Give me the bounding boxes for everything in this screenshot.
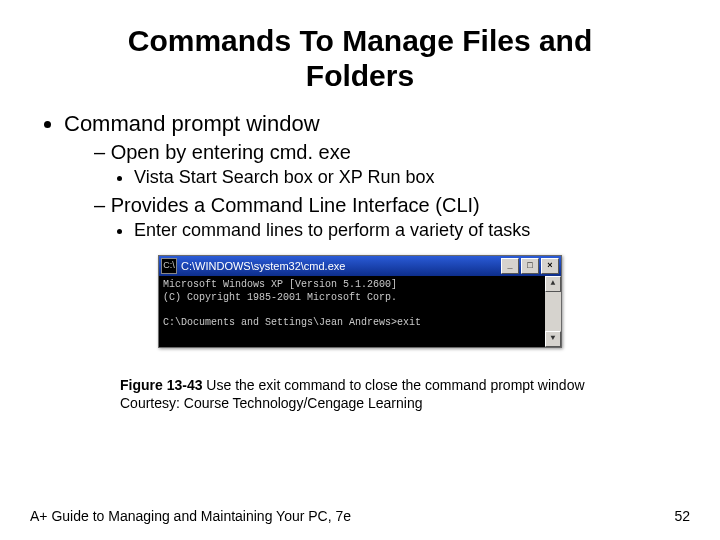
bullet-l2: Open by entering cmd. exe Vista Start Se…	[94, 141, 690, 188]
page-number: 52	[674, 508, 690, 524]
cmd-title-text: C:\WINDOWS\system32\cmd.exe	[181, 260, 499, 272]
term-line: (C) Copyright 1985-2001 Microsoft Corp.	[163, 292, 397, 303]
cmd-terminal: Microsoft Windows XP [Version 5.1.2600] …	[159, 276, 561, 347]
cmd-window: C:\ C:\WINDOWS\system32\cmd.exe _ □ × Mi…	[158, 255, 562, 348]
close-button[interactable]: ×	[541, 258, 559, 274]
term-line: Microsoft Windows XP [Version 5.1.2600]	[163, 279, 397, 290]
bullet-l1: Command prompt window Open by entering c…	[64, 111, 690, 241]
bullet-l2: Provides a Command Line Interface (CLI) …	[94, 194, 690, 241]
cmd-titlebar: C:\ C:\WINDOWS\system32\cmd.exe _ □ ×	[159, 256, 561, 276]
figure-credit: Courtesy: Course Technology/Cengage Lear…	[120, 395, 423, 411]
minimize-button[interactable]: _	[501, 258, 519, 274]
figure-text: Use the exit command to close the comman…	[202, 377, 584, 393]
bullet-l2-text: Provides a Command Line Interface (CLI)	[111, 194, 480, 216]
bullet-l3: Enter command lines to perform a variety…	[134, 220, 690, 241]
slide-title: Commands To Manage Files and Folders	[90, 24, 630, 93]
scroll-down-button[interactable]: ▼	[545, 331, 561, 347]
footer-left: A+ Guide to Managing and Maintaining You…	[30, 508, 351, 524]
figure-number: Figure 13-43	[120, 377, 202, 393]
bullet-l3: Vista Start Search box or XP Run box	[134, 167, 690, 188]
figure-caption: Figure 13-43 Use the exit command to clo…	[120, 376, 680, 412]
term-line: C:\Documents and Settings\Jean Andrews>e…	[163, 317, 421, 328]
maximize-button[interactable]: □	[521, 258, 539, 274]
bullet-l2-text: Open by entering cmd. exe	[111, 141, 351, 163]
bullet-l1-text: Command prompt window	[64, 111, 320, 136]
cmd-icon: C:\	[161, 258, 177, 274]
scroll-up-button[interactable]: ▲	[545, 276, 561, 292]
